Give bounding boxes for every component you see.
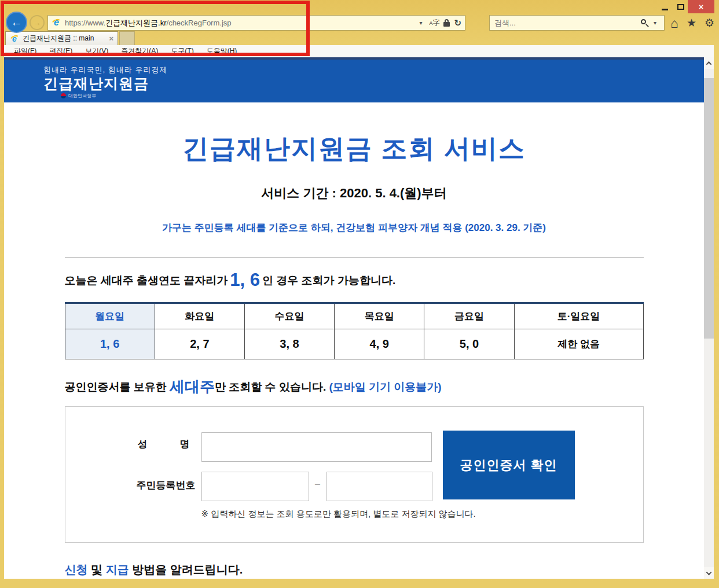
- web-page: 힘내라 우리국민, 힘내라 우리경제 긴급재난지원금 대한민국정부 긴급재난지원…: [4, 57, 704, 579]
- today-digits: 1, 6: [228, 270, 262, 290]
- ssn-front-input[interactable]: [201, 472, 309, 501]
- menu-favorites[interactable]: 즐겨찾기(A): [115, 46, 164, 56]
- header-monday: 월요일: [65, 303, 155, 329]
- gov-mark: 대한민국정부: [61, 93, 704, 99]
- ie-icon: e: [52, 18, 61, 28]
- minimize-button[interactable]: [658, 1, 672, 13]
- page-title: 긴급재난지원금 조회 서비스: [65, 131, 644, 166]
- page-viewport: 힘내라 우리국민, 힘내라 우리경제 긴급재난지원금 대한민국정부 긴급재난지원…: [4, 57, 714, 579]
- close-icon: ×: [699, 2, 703, 12]
- header-thursday: 목요일: [335, 303, 424, 329]
- url-path: /checkRegForm.jsp: [167, 19, 232, 27]
- gov-label: 대한민국정부: [68, 93, 96, 99]
- address-bar[interactable]: e https://www.긴급재난지원금.kr/checkRegForm.js…: [47, 15, 465, 31]
- new-tab-button[interactable]: [119, 31, 135, 45]
- digits-friday: 5, 0: [424, 329, 514, 359]
- today-eligibility-line: 오늘은 세대주 출생연도 끝자리가1, 6인 경우 조회가 가능합니다.: [65, 270, 644, 291]
- digits-monday: 1, 6: [65, 329, 155, 359]
- url-text: https://www.긴급재난지원금.kr/checkRegForm.jsp: [65, 18, 232, 28]
- lookup-form: 성 명 주민등록번호 – 공인인증서 확인 ※ 입력하신 정보는 조회 용도로만…: [65, 406, 644, 543]
- maximize-button[interactable]: [674, 1, 688, 13]
- minimize-icon: [662, 9, 668, 10]
- search-dropdown-icon[interactable]: ▾: [654, 20, 656, 26]
- digits-tuesday: 2, 7: [155, 329, 244, 359]
- scrollbar-up-button[interactable]: [704, 57, 714, 69]
- menu-tools[interactable]: 도구(T): [164, 46, 200, 56]
- ssn-label: 주민등록번호: [137, 479, 196, 492]
- back-button[interactable]: ←: [6, 12, 27, 33]
- menu-edit[interactable]: 편집(E): [43, 46, 79, 56]
- mobile-restriction: (모바일 기기 이용불가): [329, 381, 441, 393]
- menu-view[interactable]: 보기(V): [79, 46, 115, 56]
- browser-toolbar: ⌂ ★ ⚙: [670, 16, 714, 30]
- address-bar-icons: ▾ A字 ↻: [416, 18, 461, 28]
- tab-ie-icon: e: [10, 34, 19, 43]
- translate-icon[interactable]: A字: [429, 18, 439, 28]
- menu-file[interactable]: 파일(F): [8, 46, 43, 56]
- menu-bar: 파일(F) 편집(E) 보기(V) 즐겨찾기(A) 도구(T) 도움말(H): [4, 45, 714, 57]
- header-wednesday: 수요일: [244, 303, 334, 329]
- header-weekend: 토·일요일: [514, 303, 643, 329]
- name-input[interactable]: [201, 432, 432, 462]
- certificate-verify-button[interactable]: 공인인증서 확인: [443, 431, 575, 499]
- vertical-scrollbar[interactable]: [704, 57, 714, 579]
- site-logo: 긴급재난지원금: [43, 76, 704, 91]
- favorites-star-icon[interactable]: ★: [687, 16, 696, 30]
- forward-button[interactable]: →: [30, 15, 45, 30]
- home-icon[interactable]: ⌂: [670, 17, 678, 30]
- search-icon[interactable]: [640, 19, 650, 28]
- scrollbar-thumb[interactable]: [704, 78, 714, 339]
- table-value-row: 1, 6 2, 7 3, 8 4, 9 5, 0 제한 없음: [65, 329, 643, 359]
- url-domain: 긴급재난지원금.kr: [105, 19, 166, 27]
- household-notice: 가구는 주민등록 세대를 기준으로 하되, 건강보험 피부양자 개념 적용 (2…: [65, 221, 644, 234]
- back-icon: ←: [11, 16, 23, 29]
- ssn-separator: –: [309, 479, 327, 489]
- digits-thursday: 4, 9: [335, 329, 424, 359]
- settings-gear-icon[interactable]: ⚙: [705, 16, 714, 30]
- search-input[interactable]: [494, 19, 640, 27]
- main-content: 긴급재난지원금 조회 서비스 서비스 기간 : 2020. 5. 4.(월)부터…: [65, 131, 644, 579]
- header-friday: 금요일: [424, 303, 514, 329]
- name-label: 성 명: [138, 438, 190, 451]
- url-scheme: https://www.: [65, 19, 105, 27]
- lock-icon: [443, 19, 450, 27]
- ssn-back-input[interactable]: [327, 472, 432, 501]
- menu-help[interactable]: 도움말(H): [200, 46, 244, 56]
- search-box[interactable]: ▾: [489, 15, 665, 31]
- householder-emphasis: 세대주: [170, 378, 215, 395]
- guide-heading: 신청 및 지급 방법을 알려드립니다.: [65, 562, 644, 578]
- scrollbar-up-icon: [706, 61, 712, 67]
- tab-title: 긴급재난지원금 :: main: [23, 34, 105, 43]
- browser-tab[interactable]: e 긴급재난지원금 :: main ×: [5, 31, 118, 45]
- close-button[interactable]: ×: [688, 0, 714, 13]
- site-slogan: 힘내라 우리국민, 힘내라 우리경제: [43, 65, 704, 75]
- header-tuesday: 화요일: [155, 303, 244, 329]
- site-header: 힘내라 우리국민, 힘내라 우리경제 긴급재난지원금 대한민국정부: [4, 57, 704, 102]
- privacy-note: ※ 입력하신 정보는 조회 용도로만 활용되며, 별도로 저장되지 않습니다.: [201, 509, 476, 520]
- scrollbar-down-icon: [706, 569, 712, 575]
- forward-icon: →: [33, 18, 41, 27]
- certificate-requirement-line: 공인인증서를 보유한 세대주만 조회할 수 있습니다. (모바일 기기 이용불가…: [65, 377, 644, 397]
- browser-window: × ← → e https://www.긴급재난지원금.kr/checkRegF…: [0, 0, 719, 588]
- taegeuk-icon: [61, 93, 66, 98]
- url-dropdown-icon[interactable]: ▾: [419, 20, 422, 26]
- weekday-schedule-table: 월요일 화요일 수요일 목요일 금요일 토·일요일 1, 6 2, 7 3, 8…: [65, 302, 644, 359]
- table-header-row: 월요일 화요일 수요일 목요일 금요일 토·일요일: [65, 303, 643, 329]
- divider: [65, 258, 644, 258]
- scrollbar-down-button[interactable]: [704, 567, 714, 579]
- digits-wednesday: 3, 8: [244, 329, 334, 359]
- digits-weekend: 제한 없음: [514, 329, 643, 359]
- service-period: 서비스 기간 : 2020. 5. 4.(월)부터: [65, 185, 644, 202]
- tab-close-icon[interactable]: ×: [109, 34, 113, 43]
- maximize-icon: [677, 4, 684, 10]
- refresh-icon[interactable]: ↻: [454, 18, 461, 28]
